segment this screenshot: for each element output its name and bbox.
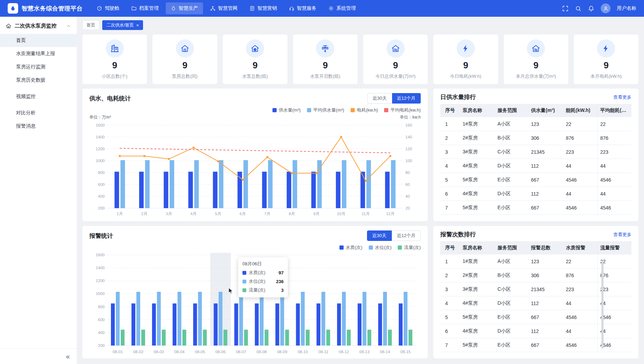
range-button-1[interactable]: 近12个月 <box>392 93 421 104</box>
bar[interactable] <box>116 292 120 346</box>
bar[interactable] <box>385 172 390 208</box>
bar[interactable] <box>342 160 346 208</box>
line-point[interactable] <box>193 147 195 149</box>
line-point[interactable] <box>242 179 244 181</box>
bar[interactable] <box>178 292 181 346</box>
line-point[interactable] <box>291 172 293 174</box>
line-point[interactable] <box>119 155 121 157</box>
sidebar-item-2[interactable]: 泵房运行监测 <box>0 60 77 74</box>
tab-0[interactable]: 首页 <box>82 20 99 30</box>
bar[interactable] <box>383 292 387 346</box>
bar[interactable] <box>360 172 365 208</box>
bar[interactable] <box>164 172 168 208</box>
bar[interactable] <box>378 303 382 346</box>
bar[interactable] <box>244 330 248 346</box>
search-icon[interactable] <box>575 5 582 12</box>
bar[interactable] <box>336 172 340 208</box>
bar[interactable] <box>367 330 371 346</box>
bar[interactable] <box>162 330 166 346</box>
bar[interactable] <box>203 330 207 346</box>
nav-item-5[interactable]: 智慧服务 <box>284 2 321 14</box>
nav-item-1[interactable]: 档案管理 <box>126 2 164 14</box>
line-point[interactable] <box>340 136 342 138</box>
sidebar-collapse-button[interactable]: « <box>66 353 70 360</box>
bar[interactable] <box>111 303 115 346</box>
table-vertical-scrollbar[interactable] <box>601 261 604 349</box>
legend-item-0[interactable]: 供水量(m³) <box>272 107 301 113</box>
bar[interactable] <box>326 330 330 346</box>
bar[interactable] <box>409 330 412 346</box>
line-point[interactable] <box>217 160 219 162</box>
bar[interactable] <box>224 330 227 346</box>
bar[interactable] <box>296 303 300 346</box>
fullscreen-icon[interactable] <box>562 5 569 12</box>
range-button-0[interactable]: 近30天 <box>367 93 392 104</box>
bar[interactable] <box>285 330 289 346</box>
line-point[interactable] <box>365 180 367 182</box>
sidebar-item-1[interactable]: 水质测量结果上报 <box>0 47 77 60</box>
bar[interactable] <box>358 303 361 346</box>
bar[interactable] <box>404 292 407 346</box>
bar[interactable] <box>120 160 125 208</box>
bar[interactable] <box>152 303 156 346</box>
tab-close-icon[interactable]: × <box>136 23 139 28</box>
bar[interactable] <box>342 292 346 346</box>
bar[interactable] <box>280 292 284 346</box>
view-more-link[interactable]: 查看更多 <box>613 94 631 100</box>
bar[interactable] <box>244 160 248 208</box>
bar[interactable] <box>399 303 403 346</box>
bar[interactable] <box>391 160 396 208</box>
bar[interactable] <box>362 292 366 346</box>
bar[interactable] <box>265 330 269 346</box>
line-point[interactable] <box>143 155 145 157</box>
bar[interactable] <box>213 172 217 208</box>
bar[interactable] <box>262 172 267 208</box>
bar[interactable] <box>219 160 223 208</box>
nav-item-3[interactable]: 智慧管网 <box>205 2 242 14</box>
bar[interactable] <box>366 160 371 208</box>
legend-item-1[interactable]: 水位(次) <box>369 244 392 251</box>
bar[interactable] <box>214 303 218 346</box>
bar[interactable] <box>136 292 140 346</box>
bar[interactable] <box>317 160 322 208</box>
bar[interactable] <box>347 330 351 346</box>
nav-item-2[interactable]: 智慧生产 <box>166 2 203 14</box>
bar[interactable] <box>268 160 272 208</box>
bar[interactable] <box>194 160 199 208</box>
bar[interactable] <box>145 160 150 208</box>
bar[interactable] <box>255 303 259 346</box>
line-point[interactable] <box>168 158 170 160</box>
bar[interactable] <box>139 172 144 208</box>
bar[interactable] <box>301 292 305 346</box>
bar[interactable] <box>193 303 197 346</box>
bar[interactable] <box>198 292 202 346</box>
bar[interactable] <box>132 303 135 346</box>
legend-item-2[interactable]: 电耗(kw.h) <box>351 107 378 113</box>
bar[interactable] <box>182 330 186 346</box>
nav-item-6[interactable]: 系统管理 <box>323 2 361 14</box>
sidebar-item-4[interactable]: 视频监控 <box>0 90 77 103</box>
bar[interactable] <box>311 172 316 208</box>
legend-item-3[interactable]: 平均电耗(kw.h) <box>384 107 421 113</box>
supply-energy-chart[interactable]: 2002040040600608008010001001200120140014… <box>89 120 421 218</box>
nav-item-0[interactable]: 驾驶舱 <box>92 2 124 14</box>
bar[interactable] <box>306 330 309 346</box>
sidebar-item-5[interactable]: 对比分析 <box>0 106 77 120</box>
bar[interactable] <box>287 172 291 208</box>
view-more-link[interactable]: 查看更多 <box>613 232 631 238</box>
bar[interactable] <box>260 292 264 346</box>
range-button-1[interactable]: 近12个月 <box>392 230 421 241</box>
bar[interactable] <box>321 292 325 346</box>
legend-item-2[interactable]: 流量(次) <box>398 244 421 251</box>
sidebar-item-6[interactable]: 报警消息 <box>0 120 77 133</box>
bar[interactable] <box>293 160 297 208</box>
line-point[interactable] <box>389 155 391 157</box>
bar[interactable] <box>337 303 341 346</box>
sidebar-item-0[interactable]: 首页 <box>0 34 77 47</box>
tab-1[interactable]: 二次供水/首页× <box>102 20 143 30</box>
legend-item-0[interactable]: 水质(次) <box>339 244 362 251</box>
line-point[interactable] <box>315 172 317 174</box>
sidebar-item-3[interactable]: 泵房历史数据 <box>0 74 77 87</box>
bell-icon[interactable] <box>588 5 594 12</box>
bar[interactable] <box>234 303 238 346</box>
